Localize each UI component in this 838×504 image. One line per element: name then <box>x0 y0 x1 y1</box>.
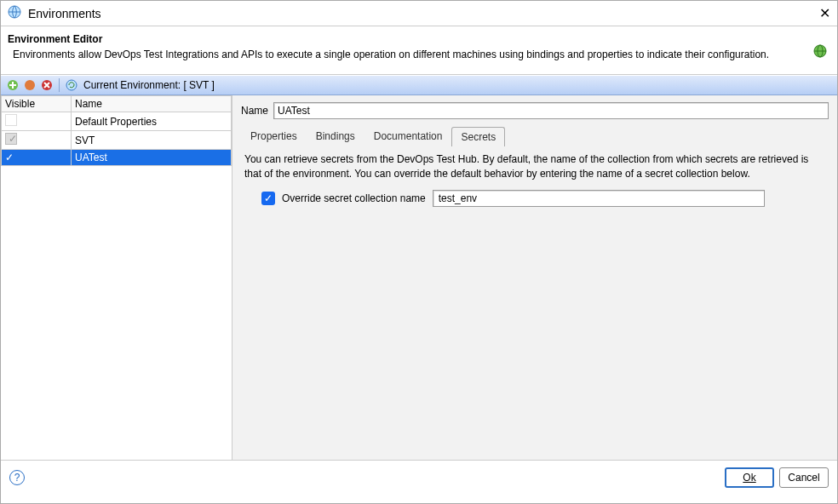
environment-name-input[interactable] <box>273 102 829 119</box>
visible-cell[interactable] <box>2 112 72 131</box>
table-row[interactable]: Default Properties <box>2 112 232 131</box>
window-title: Environments <box>28 7 819 20</box>
visible-cell[interactable]: ✓ <box>2 150 72 166</box>
toolbar-separator <box>59 78 60 92</box>
main-content: Visible Name Default Properties ✓ SVT <box>1 95 837 460</box>
copy-env-icon[interactable] <box>23 78 37 92</box>
app-icon <box>8 5 21 21</box>
collection-name-input[interactable] <box>433 190 765 207</box>
delete-env-icon[interactable] <box>40 78 54 92</box>
tab-properties[interactable]: Properties <box>241 126 307 146</box>
dialog-footer: ? Ok Cancel <box>1 460 837 494</box>
svg-point-4 <box>25 80 35 90</box>
svg-point-6 <box>66 80 77 90</box>
override-collection-label: Override secret collection name <box>282 192 426 204</box>
refresh-env-icon[interactable] <box>65 78 78 92</box>
ok-button[interactable]: Ok <box>725 467 774 488</box>
header-title: Environment Editor <box>8 33 806 45</box>
secrets-tab-content: You can retrieve secrets from the DevOps… <box>241 146 829 214</box>
name-label: Name <box>241 105 268 117</box>
toolbar: Current Environment: [ SVT ] <box>1 75 837 95</box>
header-description: Environments allow DevOps Test Integrati… <box>8 49 806 60</box>
col-name[interactable]: Name <box>72 96 232 112</box>
close-icon[interactable]: ✕ <box>819 5 830 21</box>
environments-table: Visible Name Default Properties ✓ SVT <box>1 95 232 166</box>
environments-list-panel: Visible Name Default Properties ✓ SVT <box>1 95 232 460</box>
col-visible[interactable]: Visible <box>2 96 72 112</box>
env-name-cell[interactable]: Default Properties <box>72 112 232 131</box>
current-environment-label: Current Environment: [ SVT ] <box>83 79 215 91</box>
titlebar: Environments ✕ <box>1 1 837 26</box>
header-panel: Environment Editor Environments allow De… <box>1 26 837 75</box>
env-name-cell[interactable]: SVT <box>72 131 232 150</box>
environment-editor-panel: Name Properties Bindings Documentation S… <box>232 95 837 460</box>
env-name-cell[interactable]: UATest <box>72 150 232 166</box>
tab-secrets[interactable]: Secrets <box>451 127 505 146</box>
override-collection-checkbox[interactable] <box>261 192 275 205</box>
secrets-description: You can retrieve secrets from the DevOps… <box>244 152 825 181</box>
globe-icon <box>813 44 827 60</box>
cancel-button[interactable]: Cancel <box>779 467 829 488</box>
tab-bindings[interactable]: Bindings <box>307 126 364 146</box>
help-icon[interactable]: ? <box>9 470 25 485</box>
visible-cell[interactable]: ✓ <box>2 131 72 150</box>
tabs: Properties Bindings Documentation Secret… <box>241 126 829 146</box>
table-row[interactable]: ✓ SVT <box>2 131 232 150</box>
table-row[interactable]: ✓ UATest <box>2 150 232 166</box>
tab-documentation[interactable]: Documentation <box>364 126 452 146</box>
add-env-icon[interactable] <box>6 78 20 92</box>
